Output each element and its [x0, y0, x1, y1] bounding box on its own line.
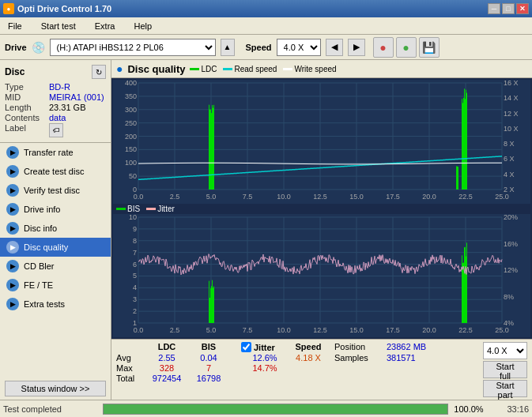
disc-label-row: Label 🏷	[5, 123, 106, 137]
sidebar-label-drive-info: Drive info	[24, 205, 60, 214]
stats-empty-header	[116, 342, 145, 352]
jitter-checkbox[interactable]	[241, 342, 251, 352]
disc-contents-row: Contents data	[5, 113, 106, 122]
legend-bis: BIS	[116, 205, 140, 213]
max-bis: 7	[189, 363, 228, 373]
disc-mid-row: MID MEIRA1 (001)	[5, 92, 106, 102]
total-bis: 16798	[189, 374, 228, 383]
verify-test-disc-icon: ▶	[6, 184, 19, 197]
stats-total-row: Total 972454 16798	[116, 374, 328, 383]
close-button[interactable]: ✕	[516, 3, 529, 14]
status-window-button[interactable]: Status window >>	[5, 381, 106, 396]
disc-length-value: 23.31 GB	[49, 103, 85, 112]
statusbar: Test completed 100.0% 33:16	[0, 400, 532, 417]
max-jitter: 14.7%	[241, 363, 289, 373]
stats-ldc-header: LDC	[145, 342, 189, 352]
avg-speed: 4.18 X	[289, 353, 328, 363]
disc-type-row: Type BD-R	[5, 82, 106, 92]
write-speed-color-indicator	[283, 68, 292, 70]
sidebar-item-fe-te[interactable]: ▶ FE / TE	[0, 276, 111, 295]
cd-bler-icon: ▶	[6, 260, 19, 272]
main-layout: Disc ↻ Type BD-R MID MEIRA1 (001) Length…	[0, 60, 532, 400]
disc-label-label: Label	[5, 123, 46, 137]
drive-select[interactable]: (H:) ATAPI iHBS112 2 PL06	[50, 39, 216, 56]
legend-ldc: LDC	[190, 65, 217, 73]
sidebar-item-verify-test-disc[interactable]: ▶ Verify test disc	[0, 181, 111, 200]
bis-label: BIS	[127, 205, 140, 213]
app-icon: ●	[3, 3, 14, 14]
progress-fill	[104, 404, 447, 414]
read-speed-label: Read speed	[234, 65, 277, 73]
sidebar-item-extra-tests[interactable]: ▶ Extra tests	[0, 295, 111, 314]
stats-avg-row: Avg 2.55 0.04 12.6% 4.18 X	[116, 353, 328, 363]
disc-mid-value: MEIRA1 (001)	[49, 92, 104, 102]
start-full-button[interactable]: Start full	[483, 361, 527, 378]
maximize-button[interactable]: □	[502, 3, 515, 14]
sidebar-item-cd-bler[interactable]: ▶ CD Bler	[0, 257, 111, 276]
write-speed-label: Write speed	[294, 65, 336, 73]
sidebar-label-transfer-rate: Transfer rate	[24, 148, 74, 157]
disc-label-icon-button[interactable]: 🏷	[49, 123, 63, 137]
stats-jitter-header: Jitter	[241, 342, 289, 352]
disc-type-label: Type	[5, 82, 46, 92]
disc-color-button[interactable]: ●	[373, 37, 394, 58]
jitter-label: Jitter	[157, 205, 175, 213]
avg-ldc: 2.55	[145, 353, 189, 363]
sidebar: Disc ↻ Type BD-R MID MEIRA1 (001) Length…	[0, 60, 111, 400]
bis-jitter-chart	[113, 214, 530, 337]
drive-disc-icon: 💿	[32, 41, 45, 54]
disc-green-button[interactable]: ●	[396, 37, 417, 58]
drive-label: Drive	[5, 43, 27, 52]
sidebar-label-fe-te: FE / TE	[24, 280, 53, 290]
menu-start-test[interactable]: Start test	[36, 20, 81, 32]
stats-headers-row: LDC BIS Jitter Speed	[116, 342, 328, 352]
legend-write-speed: Write speed	[283, 65, 336, 73]
jitter-color-indicator	[146, 208, 156, 210]
sidebar-item-disc-quality[interactable]: ▶ Disc quality	[0, 238, 111, 257]
sidebar-label-create-test-disc: Create test disc	[24, 167, 84, 176]
disc-mid-label: MID	[5, 92, 46, 102]
disc-length-row: Length 23.31 GB	[5, 103, 106, 112]
stats-speed-select[interactable]: 4.0 X	[483, 342, 527, 359]
content-header: ● Disc quality LDC Read speed Write spee…	[111, 60, 532, 78]
max-label: Max	[116, 363, 145, 373]
save-button[interactable]: 💾	[419, 37, 440, 58]
drive-eject-button[interactable]: ▲	[221, 39, 235, 56]
speed-next-button[interactable]: ▶	[348, 39, 365, 56]
app-title: Opti Drive Control 1.70	[17, 4, 111, 13]
disc-refresh-button[interactable]: ↻	[92, 65, 106, 79]
disc-info: Type BD-R MID MEIRA1 (001) Length 23.31 …	[5, 82, 106, 137]
stats-samples-row: Samples 381571	[334, 353, 477, 363]
minimize-button[interactable]: ─	[488, 3, 500, 14]
stats-right: Position 23862 MB Samples 381571	[334, 342, 477, 397]
disc-info-icon: ▶	[6, 222, 19, 235]
menu-help[interactable]: Help	[129, 20, 157, 32]
speed-select[interactable]: 4.0 X 1.0 X 2.0 X 6.0 X 8.0 X MAX	[277, 39, 321, 56]
menu-file[interactable]: File	[3, 20, 27, 32]
samples-value: 381571	[387, 353, 442, 363]
sidebar-item-disc-info[interactable]: ▶ Disc info	[0, 219, 111, 238]
progress-bar	[103, 404, 448, 415]
content-header-icon: ●	[116, 62, 123, 75]
samples-label: Samples	[334, 353, 382, 363]
titlebar-buttons: ─ □ ✕	[488, 3, 529, 14]
stats-max-row: Max 328 7 14.7%	[116, 363, 328, 373]
sidebar-label-disc-info: Disc info	[24, 224, 57, 233]
sidebar-item-transfer-rate[interactable]: ▶ Transfer rate	[0, 143, 111, 162]
status-text: Test completed	[3, 404, 98, 414]
create-test-disc-icon: ▶	[6, 165, 19, 178]
sidebar-item-drive-info[interactable]: ▶ Drive info	[0, 200, 111, 219]
fe-te-icon: ▶	[6, 279, 19, 291]
disc-length-label: Length	[5, 103, 46, 112]
toolbar-buttons: ● ● 💾	[373, 37, 440, 58]
sidebar-menu: ▶ Transfer rate ▶ Create test disc ▶ Ver…	[0, 143, 111, 378]
total-ldc: 972454	[145, 374, 189, 383]
legend1: LDC Read speed Write speed	[190, 65, 336, 73]
speed-prev-button[interactable]: ◀	[326, 39, 343, 56]
menu-extra[interactable]: Extra	[90, 20, 120, 32]
sidebar-item-create-test-disc[interactable]: ▶ Create test disc	[0, 162, 111, 181]
sidebar-label-verify-test-disc: Verify test disc	[24, 186, 80, 195]
disc-title: Disc	[5, 66, 25, 77]
start-part-button[interactable]: Start part	[483, 380, 527, 397]
disc-header: Disc ↻	[5, 65, 106, 79]
